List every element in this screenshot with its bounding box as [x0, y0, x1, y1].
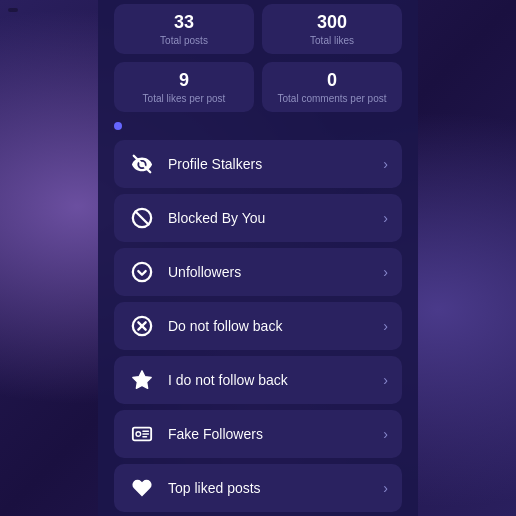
- menu-item-unfollowers[interactable]: Unfollowers ›: [114, 248, 402, 296]
- svg-point-3: [133, 263, 151, 281]
- menu-item-fake-followers[interactable]: Fake Followers ›: [114, 410, 402, 458]
- menu-item-profile-stalkers[interactable]: Profile Stalkers ›: [114, 140, 402, 188]
- stat-value: 9: [124, 70, 244, 91]
- chevron-icon: ›: [383, 426, 388, 442]
- stat-value: 0: [272, 70, 392, 91]
- watermark: [8, 8, 18, 12]
- block-icon: [128, 204, 156, 232]
- menu-label: Fake Followers: [168, 426, 371, 442]
- svg-line-2: [136, 212, 149, 225]
- eye-slash-icon: [128, 150, 156, 178]
- menu-label: Blocked By You: [168, 210, 371, 226]
- chevron-icon: ›: [383, 480, 388, 496]
- id-card-icon: [128, 420, 156, 448]
- chevron-icon: ›: [383, 372, 388, 388]
- main-card: 33 Total posts 300 Total likes 9 Total l…: [98, 0, 418, 516]
- section-title: [114, 122, 402, 130]
- stat-value: 300: [272, 12, 392, 33]
- stats-grid: 33 Total posts 300 Total likes 9 Total l…: [114, 4, 402, 112]
- menu-item-do-not-follow-back[interactable]: Do not follow back ›: [114, 302, 402, 350]
- stat-label: Total likes per post: [124, 93, 244, 104]
- menu-label: I do not follow back: [168, 372, 371, 388]
- menu-list: Profile Stalkers › Blocked By You › Unfo…: [114, 140, 402, 512]
- heart-icon: [128, 474, 156, 502]
- stat-label: Total comments per post: [272, 93, 392, 104]
- stat-value: 33: [124, 12, 244, 33]
- menu-label: Do not follow back: [168, 318, 371, 334]
- stat-label: Total posts: [124, 35, 244, 46]
- star-icon: [128, 366, 156, 394]
- menu-item-i-do-not-follow-back[interactable]: I do not follow back ›: [114, 356, 402, 404]
- stat-label: Total likes: [272, 35, 392, 46]
- menu-item-top-liked-posts[interactable]: Top liked posts ›: [114, 464, 402, 512]
- chevron-icon: ›: [383, 318, 388, 334]
- menu-label: Top liked posts: [168, 480, 371, 496]
- chevron-icon: ›: [383, 210, 388, 226]
- x-circle-icon: [128, 312, 156, 340]
- menu-label: Unfollowers: [168, 264, 371, 280]
- stat-box: 300 Total likes: [262, 4, 402, 54]
- chevron-icon: ›: [383, 264, 388, 280]
- stat-box: 33 Total posts: [114, 4, 254, 54]
- svg-point-8: [136, 432, 141, 437]
- menu-item-blocked-by-you[interactable]: Blocked By You ›: [114, 194, 402, 242]
- stat-box: 9 Total likes per post: [114, 62, 254, 112]
- arrow-down-icon: [128, 258, 156, 286]
- chevron-icon: ›: [383, 156, 388, 172]
- stat-box: 0 Total comments per post: [262, 62, 402, 112]
- menu-label: Profile Stalkers: [168, 156, 371, 172]
